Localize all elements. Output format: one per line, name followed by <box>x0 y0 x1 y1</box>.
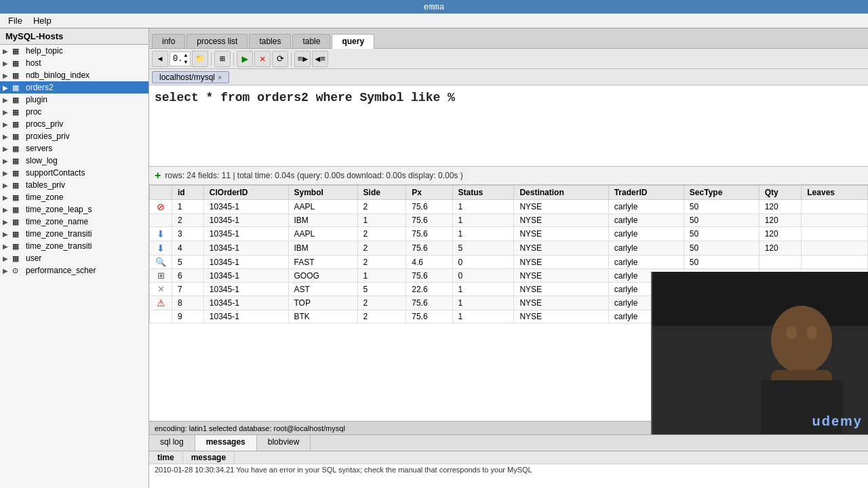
cell-Symbol: AAPL <box>288 227 357 241</box>
menu-help[interactable]: Help <box>28 14 57 27</box>
sidebar-item-label: time_zone_transiti <box>26 241 92 251</box>
spinner-up[interactable]: ▲ <box>184 52 187 59</box>
table-icon: ⊙ <box>12 266 23 274</box>
tab-table[interactable]: table <box>292 34 330 48</box>
spinner-down[interactable]: ▼ <box>184 59 187 66</box>
toolbar-back-btn[interactable]: ◀ <box>152 51 168 67</box>
sidebar-item-host[interactable]: ▶▦host <box>0 57 149 69</box>
sidebar-item-label: servers <box>26 144 52 153</box>
row-icon-cell: ⬇ <box>150 227 172 241</box>
cell-Status: 1 <box>452 200 514 214</box>
toolbar: ◀ 0. ▲ ▼ 📁 ⊞ ▶ ✕ ⟳ ≡▶ ◀≡ <box>149 49 868 69</box>
sidebar-item-label: orders2 <box>26 83 54 92</box>
sidebar-item-orders2[interactable]: ▶▦orders2 <box>0 81 149 94</box>
sidebar-item-user[interactable]: ▶▦user <box>0 252 149 264</box>
sidebar-item-performance_scher[interactable]: ▶⊙performance_scher <box>0 264 149 277</box>
sidebar-title: MySQL-Hosts <box>0 28 149 45</box>
cell-id: 6 <box>172 269 204 283</box>
down-icon: ⬇ <box>157 228 165 239</box>
table-icon: ▦ <box>12 47 23 55</box>
results-status: + rows: 24 fields: 11 | total time: 0.04… <box>149 167 868 185</box>
cell-Leaves <box>802 241 868 256</box>
sidebar-item-slow_log[interactable]: ▶▦slow_log <box>0 155 149 167</box>
tab-query[interactable]: query <box>332 34 374 49</box>
table-row[interactable]: 🔍510345-1FAST24.60NYSEcarlyle50 <box>150 256 868 269</box>
tabs-container: infoprocess listtablestablequery <box>152 34 376 48</box>
row-icon-cell <box>150 310 172 323</box>
cell-Leaves <box>802 256 868 269</box>
toolbar-format-btn[interactable]: ◀≡ <box>312 51 328 67</box>
sidebar-item-proxies_priv[interactable]: ▶▦proxies_priv <box>0 130 149 142</box>
table-icon: ▦ <box>12 96 23 104</box>
bottom-tab-blobview[interactable]: blobview <box>257 435 311 451</box>
toolbar-copy-btn[interactable]: ⊞ <box>214 51 231 67</box>
tab-process-list[interactable]: process list <box>186 34 248 48</box>
cell-Destination: NYSE <box>514 283 608 296</box>
sidebar-item-plugin[interactable]: ▶▦plugin <box>0 94 149 106</box>
query-file-tab[interactable]: localhost/mysql × <box>152 71 229 83</box>
grid-icon: ⊞ <box>157 270 165 281</box>
query-tab-close[interactable]: × <box>218 73 222 81</box>
toolbar-open-btn[interactable]: 📁 <box>192 51 208 67</box>
table-row[interactable]: ⊘110345-1AAPL275.61NYSEcarlyle50120 <box>150 200 868 214</box>
cell-id: 3 <box>172 227 204 241</box>
sidebar-item-label: user <box>26 253 41 263</box>
toolbar-explain-btn[interactable]: ≡▶ <box>294 51 311 67</box>
cell-Qty: 120 <box>759 200 802 214</box>
cell-Leaves <box>802 214 868 227</box>
sidebar-arrow-icon: ▶ <box>3 182 12 189</box>
sidebar-item-ndb_binlog_index[interactable]: ▶▦ndb_binlog_index <box>0 69 149 81</box>
tab-tables[interactable]: tables <box>249 34 291 48</box>
cell-Destination: NYSE <box>514 269 608 283</box>
cell-Side: 1 <box>357 269 406 283</box>
cell-Status: 5 <box>452 241 514 256</box>
table-row[interactable]: 210345-1IBM175.61NYSEcarlyle50120 <box>150 214 868 227</box>
webcam-person: udemy <box>652 272 868 434</box>
cell-id: 1 <box>172 200 204 214</box>
sidebar-item-time_zone_transiti[interactable]: ▶▦time_zone_transiti <box>0 228 149 240</box>
cell-Destination: NYSE <box>514 214 608 227</box>
table-icon: ▦ <box>12 144 23 152</box>
table-row[interactable]: ⬇410345-1IBM275.65NYSEcarlyle50120 <box>150 241 868 256</box>
col-header-SecType: SecType <box>684 186 759 200</box>
log-row: 2010-01-28 10:30:34.21 You have an error… <box>149 464 868 475</box>
bottom-tab-messages[interactable]: messages <box>195 435 257 451</box>
toolbar-run-btn[interactable]: ▶ <box>237 51 253 67</box>
cell-Leaves <box>802 227 868 241</box>
row-icon-cell: ⚠ <box>150 296 172 310</box>
cell-Px: 4.6 <box>406 256 452 269</box>
sidebar-item-proc[interactable]: ▶▦proc <box>0 106 149 118</box>
toolbar-refresh-btn[interactable]: ⟳ <box>272 51 288 67</box>
table-icon: ▦ <box>12 132 23 140</box>
row-icon-cell <box>150 214 172 227</box>
bottom-log-header: time message <box>149 451 868 464</box>
sidebar-item-time_zone[interactable]: ▶▦time_zone <box>0 191 149 203</box>
cell-SecType: 50 <box>684 256 759 269</box>
sidebar-item-servers[interactable]: ▶▦servers <box>0 142 149 155</box>
tab-info[interactable]: info <box>152 34 185 48</box>
sidebar-item-time_zone_leap_s[interactable]: ▶▦time_zone_leap_s <box>0 203 149 216</box>
table-icon: ▦ <box>12 120 23 128</box>
sidebar-item-tables_priv[interactable]: ▶▦tables_priv <box>0 179 149 191</box>
sidebar-item-help_topic[interactable]: ▶▦help_topic <box>0 45 149 57</box>
cell-id: 7 <box>172 283 204 296</box>
table-row[interactable]: ⬇310345-1AAPL275.61NYSEcarlyle50120 <box>150 227 868 241</box>
cell-SecType: 50 <box>684 227 759 241</box>
query-editor[interactable]: select * from orders2 where Symbol like … <box>149 85 868 167</box>
table-icon: ▦ <box>12 218 23 226</box>
cell-Status: 0 <box>452 256 514 269</box>
cell-Status: 1 <box>452 310 514 323</box>
bottom-tab-sql-log[interactable]: sql log <box>149 435 195 451</box>
sidebar-item-procs_priv[interactable]: ▶▦procs_priv <box>0 118 149 130</box>
menu-file[interactable]: File <box>3 14 28 27</box>
toolbar-stop-btn[interactable]: ✕ <box>254 51 271 67</box>
sidebar-item-time_zone_name[interactable]: ▶▦time_zone_name <box>0 216 149 228</box>
cell-Side: 2 <box>357 241 406 256</box>
toolbar-spinner[interactable]: 0. ▲ ▼ <box>170 52 191 66</box>
cell-id: 4 <box>172 241 204 256</box>
cell-Symbol: IBM <box>288 214 357 227</box>
cell-Status: 1 <box>452 214 514 227</box>
sidebar-item-supportContacts[interactable]: ▶▦supportContacts <box>0 167 149 179</box>
sidebar-item-time_zone_transiti[interactable]: ▶▦time_zone_transiti <box>0 240 149 252</box>
toolbar-sep3 <box>291 52 292 66</box>
